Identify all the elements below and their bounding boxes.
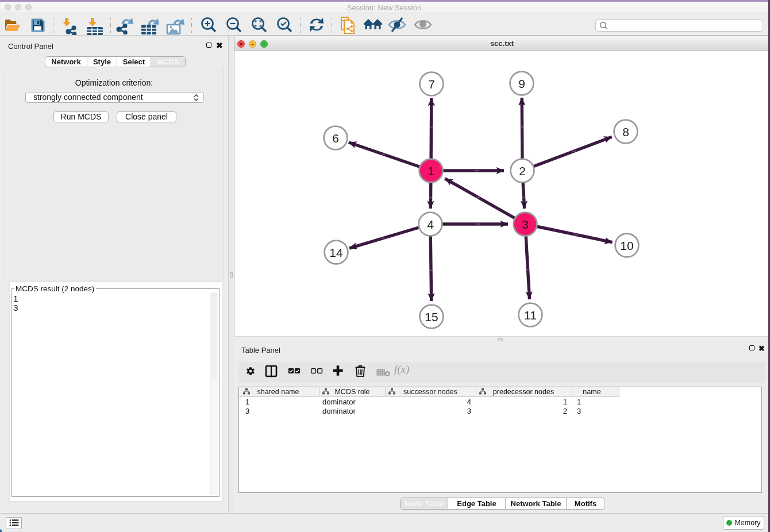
svg-text:9: 9 (518, 77, 525, 90)
svg-text:dominator: dominator (322, 407, 356, 415)
svg-text:predecessor nodes: predecessor nodes (493, 388, 554, 396)
svg-text:6: 6 (332, 132, 339, 145)
svg-text:1: 1 (577, 398, 581, 406)
svg-text:1: 1 (428, 164, 434, 178)
svg-text:11: 11 (524, 309, 537, 322)
svg-text:successor nodes: successor nodes (403, 388, 457, 396)
svg-text:dominator: dominator (322, 398, 356, 406)
svg-text:3: 3 (522, 218, 529, 231)
svg-text:3: 3 (577, 407, 581, 415)
svg-text:3: 3 (245, 407, 249, 415)
svg-text:7: 7 (428, 78, 435, 91)
svg-text:shared name: shared name (257, 388, 299, 396)
svg-text:2: 2 (519, 164, 526, 178)
svg-text:15: 15 (425, 310, 438, 323)
svg-text:8: 8 (622, 125, 629, 138)
svg-text:1: 1 (245, 398, 249, 406)
svg-text:10: 10 (620, 239, 633, 252)
svg-text:3: 3 (467, 407, 471, 415)
svg-text:4: 4 (427, 218, 434, 231)
svg-text:2: 2 (563, 407, 567, 415)
svg-text:14: 14 (329, 246, 343, 259)
svg-text:1: 1 (563, 398, 567, 406)
svg-text:name: name (583, 388, 600, 396)
svg-text:4: 4 (467, 398, 471, 406)
svg-text:MCDS role: MCDS role (334, 388, 369, 396)
